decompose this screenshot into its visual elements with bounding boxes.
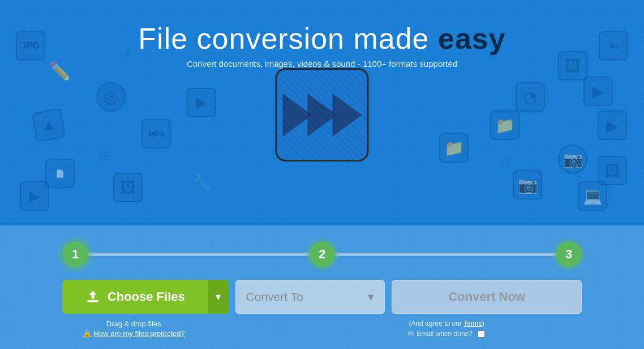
title-bold: easy: [438, 22, 506, 55]
email-checkbox[interactable]: [478, 330, 485, 338]
step-2: 2: [309, 241, 335, 267]
center-logo: [276, 68, 369, 161]
convert-now-button[interactable]: Convert Now: [392, 280, 582, 314]
header: File conversion made easy Convert docume…: [0, 0, 644, 69]
logo-box: [276, 68, 369, 161]
choose-files-label: Choose Files: [108, 290, 185, 304]
terms-link[interactable]: Terms: [463, 320, 482, 327]
convert-to-select[interactable]: Convert To ▾: [235, 280, 385, 314]
drag-drop-text: Drag & drop files: [106, 320, 161, 329]
step-1: 1: [62, 241, 88, 267]
terms-text: (And agree to our Terms): [409, 320, 484, 327]
title-normal: File conversion made: [138, 22, 438, 55]
terms-prefix: (And agree to our: [409, 320, 463, 327]
email-label: Email when done?: [417, 330, 473, 338]
play-arrows-icon: [282, 93, 362, 137]
step-line-2: [335, 253, 556, 256]
convert-to-sub: [204, 320, 312, 338]
dropdown-arrow-icon: ▾: [216, 291, 221, 303]
convert-now-label: Convert Now: [448, 290, 525, 304]
subtitle: Convert documents, images, videos & soun…: [0, 59, 644, 69]
convert-to-label: Convert To: [246, 290, 303, 304]
bottom-panel: 1 2 3 Choose Files: [0, 225, 644, 349]
main-container: JPG ✏️ ◎ ♪ ▲ ✉ MP3 📄 🖼 ▶ ▶ 🔧 Ai 🖼 ▶ ◔ 📁 …: [0, 0, 644, 349]
email-row: ✉ Email when done?: [408, 330, 485, 338]
convert-to-chevron-icon: ▾: [368, 290, 374, 304]
choose-files-sub: Drag & drop files 🔒 How are my files pro…: [63, 320, 204, 338]
mail-icon-sub: ✉: [408, 330, 414, 338]
choose-files-dropdown[interactable]: ▾: [208, 280, 229, 314]
lock-icon: 🔒: [83, 329, 92, 338]
svg-rect-0: [87, 300, 98, 303]
arrow-1: [282, 93, 312, 137]
right-sub: (And agree to our Terms) ✉ Email when do…: [312, 320, 581, 338]
step-3: 3: [556, 241, 582, 267]
main-title: File conversion made easy: [0, 22, 644, 56]
protection-link[interactable]: 🔒 How are my files protected?: [83, 329, 185, 338]
terms-suffix: ): [482, 320, 484, 327]
protection-link-label: How are my files protected?: [94, 329, 185, 338]
step-line-1: [88, 253, 309, 256]
choose-files-button[interactable]: Choose Files: [62, 280, 208, 314]
arrow-3: [332, 93, 362, 137]
choose-files-wrapper: Choose Files ▾: [62, 280, 229, 314]
actions-row: Choose Files ▾ Convert To ▾ Convert Now: [62, 280, 582, 314]
arrow-2: [307, 93, 337, 137]
sub-actions: Drag & drop files 🔒 How are my files pro…: [62, 320, 582, 338]
steps-row: 1 2 3: [62, 241, 582, 267]
upload-icon: [85, 289, 101, 305]
